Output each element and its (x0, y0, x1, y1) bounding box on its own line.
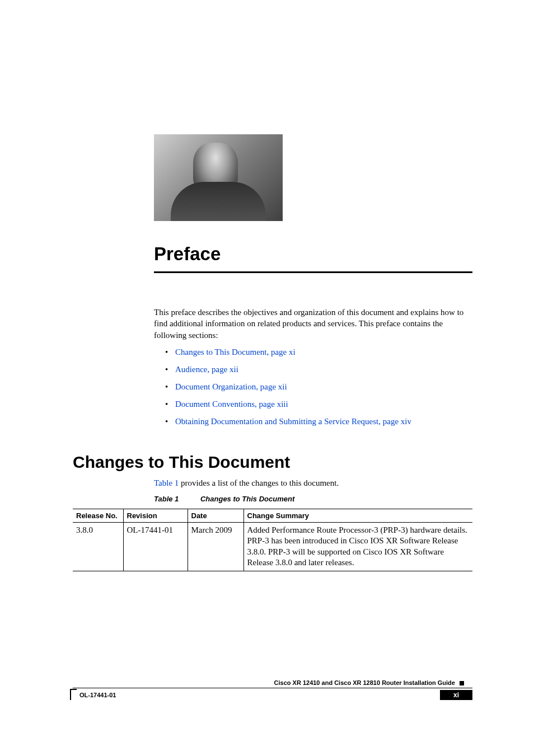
title-rule (154, 271, 472, 273)
th-release: Release No. (73, 509, 123, 522)
preface-link-list: Changes to This Document, page xi Audien… (165, 346, 472, 428)
section-body-suffix: provides a list of the changes to this d… (179, 478, 339, 487)
section-body: Table 1 provides a list of the changes t… (154, 478, 472, 488)
preface-intro: This preface describes the objectives an… (154, 307, 472, 341)
table-row: 3.8.0 OL-17441-01 March 2009 Added Perfo… (73, 522, 472, 571)
table-caption: Table 1 Changes to This Document (154, 495, 472, 503)
td-date: March 2009 (188, 522, 243, 571)
th-summary: Change Summary (243, 509, 472, 522)
td-release: 3.8.0 (73, 522, 123, 571)
td-summary: Added Performance Route Processor-3 (PRP… (243, 522, 472, 571)
link-table-1[interactable]: Table 1 (154, 478, 179, 487)
footer-doc-title-text: Cisco XR 12410 and Cisco XR 12810 Router… (274, 679, 455, 686)
section-heading-changes: Changes to This Document (73, 453, 472, 472)
th-revision: Revision (123, 509, 188, 522)
link-docs-service[interactable]: Obtaining Documentation and Submitting a… (175, 417, 411, 426)
footer-bottom: OL-17441-01 xi (73, 690, 472, 700)
changes-table: Release No. Revision Date Change Summary… (73, 509, 472, 571)
footer-page-number: xi (440, 690, 472, 700)
th-date: Date (188, 509, 243, 522)
link-audience[interactable]: Audience, page xii (175, 365, 238, 374)
chapter-title: Preface (154, 243, 472, 265)
footer-marker-icon (460, 681, 464, 685)
link-conventions[interactable]: Document Conventions, page xiii (175, 400, 288, 408)
footer-rule (73, 688, 472, 689)
page-footer: Cisco XR 12410 and Cisco XR 12810 Router… (73, 679, 472, 701)
td-revision: OL-17441-01 (123, 522, 188, 571)
footer-doc-number: OL-17441-01 (73, 692, 116, 698)
preface-photo (154, 134, 283, 221)
link-changes[interactable]: Changes to This Document, page xi (175, 348, 296, 356)
footer-doc-title: Cisco XR 12410 and Cisco XR 12810 Router… (73, 679, 472, 686)
link-organization[interactable]: Document Organization, page xii (175, 382, 287, 391)
table-caption-title: Changes to This Document (200, 495, 294, 503)
table-caption-label: Table 1 (154, 495, 179, 503)
table-header-row: Release No. Revision Date Change Summary (73, 509, 472, 522)
